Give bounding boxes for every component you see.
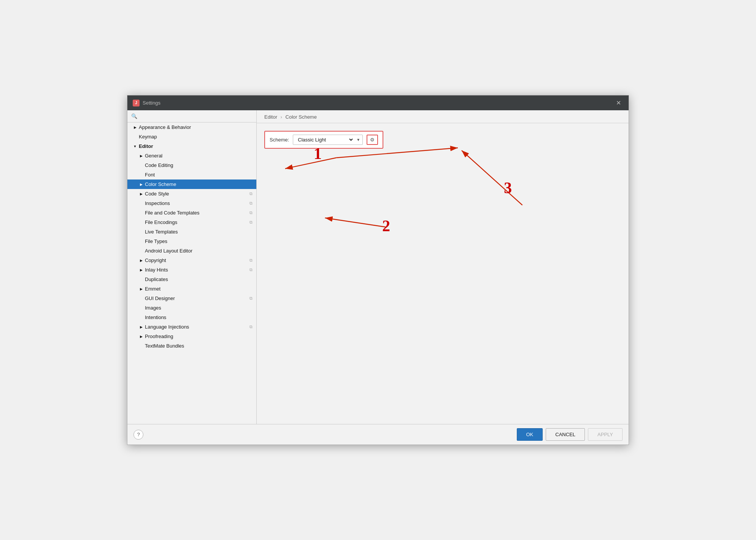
expand-arrow-icon: ▶ [139, 182, 143, 187]
expand-arrow-icon [139, 211, 143, 215]
app-icon: J [133, 100, 140, 106]
breadcrumb-separator: › [281, 114, 282, 120]
expand-arrow-icon [139, 315, 143, 320]
settings-dialog: J Settings ✕ 🔍 ▶Appearance & BehaviorKey… [127, 95, 629, 445]
ok-button[interactable]: OK [517, 428, 543, 441]
expand-arrow-icon: ▶ [139, 334, 143, 339]
nav-list: ▶Appearance & BehaviorKeymap▼Editor▶Gene… [127, 122, 256, 351]
expand-arrow-icon [139, 277, 143, 282]
sidebar-item-language-injections[interactable]: ▶Language Injections⧉ [127, 322, 256, 332]
scheme-gear-button[interactable]: ⚙ [367, 135, 378, 145]
scheme-select[interactable]: Classic LightDefaultDarculaHigh Contrast… [293, 135, 354, 145]
sidebar-item-images[interactable]: Images [127, 303, 256, 313]
expand-arrow-icon [139, 239, 143, 244]
search-icon: 🔍 [131, 113, 137, 119]
sidebar-item-label: Duplicates [145, 276, 253, 282]
sidebar-item-emmet[interactable]: ▶Emmet [127, 284, 256, 294]
help-button[interactable]: ? [133, 430, 143, 440]
search-bar: 🔍 [127, 110, 256, 122]
title-bar: J Settings ✕ [127, 95, 629, 110]
sidebar-item-duplicates[interactable]: Duplicates [127, 275, 256, 284]
sidebar-item-inspections[interactable]: Inspections⧉ [127, 199, 256, 208]
expand-arrow-icon [139, 344, 143, 348]
sidebar-item-copyright[interactable]: ▶Copyright⧉ [127, 256, 256, 265]
sidebar-item-appearance[interactable]: ▶Appearance & Behavior [127, 122, 256, 132]
sidebar-item-general[interactable]: ▶General [127, 151, 256, 160]
sidebar: 🔍 ▶Appearance & BehaviorKeymap▼Editor▶Ge… [127, 110, 257, 424]
close-button[interactable]: ✕ [614, 98, 623, 107]
title-bar-left: J Settings [133, 100, 160, 106]
copy-icon: ⧉ [249, 267, 253, 272]
sidebar-item-label: Copyright [145, 257, 248, 263]
chevron-down-icon: ▼ [354, 138, 362, 142]
breadcrumb: Editor › Color Scheme [257, 110, 629, 123]
sidebar-item-label: Color Scheme [145, 181, 253, 187]
expand-arrow-icon [139, 306, 143, 310]
sidebar-item-label: File Types [145, 238, 253, 244]
expand-arrow-icon: ▶ [139, 287, 143, 291]
sidebar-item-label: Emmet [145, 286, 253, 292]
sidebar-item-code-editing[interactable]: Code Editing [127, 160, 256, 170]
sidebar-item-label: Live Templates [145, 229, 253, 235]
copy-icon: ⧉ [249, 296, 253, 301]
sidebar-item-file-types[interactable]: File Types [127, 237, 256, 246]
content-area: 🔍 ▶Appearance & BehaviorKeymap▼Editor▶Ge… [127, 110, 629, 424]
sidebar-item-label: Appearance & Behavior [139, 124, 253, 130]
copy-icon: ⧉ [249, 191, 253, 196]
sidebar-item-label: Code Editing [145, 162, 253, 168]
sidebar-item-label: Inlay Hints [145, 267, 248, 273]
expand-arrow-icon: ▼ [133, 144, 137, 149]
sidebar-item-color-scheme[interactable]: ▶Color Scheme [127, 179, 256, 189]
bottom-bar-right: OK CANCEL APPLY [517, 428, 623, 441]
search-input[interactable] [140, 114, 253, 119]
sidebar-item-label: Font [145, 172, 253, 178]
bottom-bar-left: ? [133, 430, 143, 440]
sidebar-item-font[interactable]: Font [127, 170, 256, 179]
sidebar-item-code-style[interactable]: ▶Code Style⧉ [127, 189, 256, 199]
sidebar-item-label: Keymap [139, 134, 253, 140]
sidebar-item-inlay-hints[interactable]: ▶Inlay Hints⧉ [127, 265, 256, 275]
apply-button[interactable]: APPLY [588, 428, 623, 441]
copy-icon: ⧉ [249, 220, 253, 225]
sidebar-item-label: File Encodings [145, 219, 248, 225]
sidebar-item-gui-designer[interactable]: GUI Designer⧉ [127, 294, 256, 303]
sidebar-item-file-encodings[interactable]: File Encodings⧉ [127, 218, 256, 227]
sidebar-item-intentions[interactable]: Intentions [127, 313, 256, 322]
sidebar-item-keymap[interactable]: Keymap [127, 132, 256, 141]
sidebar-item-label: General [145, 153, 253, 159]
sidebar-item-editor[interactable]: ▼Editor [127, 141, 256, 151]
expand-arrow-icon: ▶ [139, 258, 143, 263]
expand-arrow-icon [139, 230, 143, 234]
expand-arrow-icon: ▶ [139, 268, 143, 272]
right-panel: Editor › Color Scheme Scheme: Classic Li… [257, 110, 629, 424]
expand-arrow-icon: ▶ [139, 154, 143, 158]
sidebar-item-android-layout-editor[interactable]: Android Layout Editor [127, 246, 256, 256]
copy-icon: ⧉ [249, 324, 253, 329]
expand-arrow-icon: ▶ [133, 125, 137, 130]
sidebar-item-proofreading[interactable]: ▶Proofreading [127, 332, 256, 341]
sidebar-item-label: Images [145, 305, 253, 311]
copy-icon: ⧉ [249, 210, 253, 215]
breadcrumb-current: Color Scheme [286, 114, 317, 120]
scheme-label: Scheme: [270, 137, 289, 143]
expand-arrow-icon [133, 135, 137, 139]
scheme-row: Scheme: Classic LightDefaultDarculaHigh … [264, 131, 383, 149]
expand-arrow-icon [139, 220, 143, 225]
sidebar-item-label: TextMate Bundles [145, 343, 253, 349]
breadcrumb-parent: Editor [264, 114, 277, 120]
sidebar-item-label: Language Injections [145, 324, 248, 330]
expand-arrow-icon [139, 296, 143, 301]
sidebar-item-label: Android Layout Editor [145, 248, 253, 254]
cancel-button[interactable]: CANCEL [546, 428, 585, 441]
panel-content: Scheme: Classic LightDefaultDarculaHigh … [257, 123, 629, 424]
copy-icon: ⧉ [249, 201, 253, 206]
sidebar-item-live-templates[interactable]: Live Templates [127, 227, 256, 237]
expand-arrow-icon [139, 173, 143, 177]
sidebar-item-label: Code Style [145, 191, 248, 197]
sidebar-item-textmate-bundles[interactable]: TextMate Bundles [127, 341, 256, 351]
scheme-select-container: Classic LightDefaultDarculaHigh Contrast… [293, 135, 363, 145]
sidebar-item-label: Intentions [145, 314, 253, 320]
sidebar-item-label: File and Code Templates [145, 210, 248, 216]
sidebar-item-file-code-templates[interactable]: File and Code Templates⧉ [127, 208, 256, 218]
expand-arrow-icon: ▶ [139, 325, 143, 329]
